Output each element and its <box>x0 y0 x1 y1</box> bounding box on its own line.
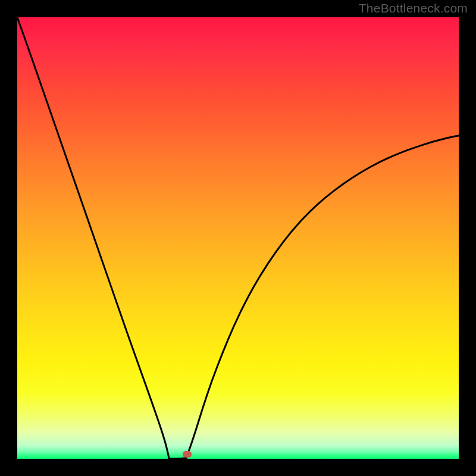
curve-left <box>17 17 169 459</box>
curve-right <box>186 136 459 458</box>
curve-floor <box>169 458 186 459</box>
plot-area <box>17 17 459 459</box>
watermark-text: TheBottleneck.com <box>359 1 468 15</box>
optimum-marker <box>183 451 192 458</box>
curve-svg <box>17 17 459 459</box>
